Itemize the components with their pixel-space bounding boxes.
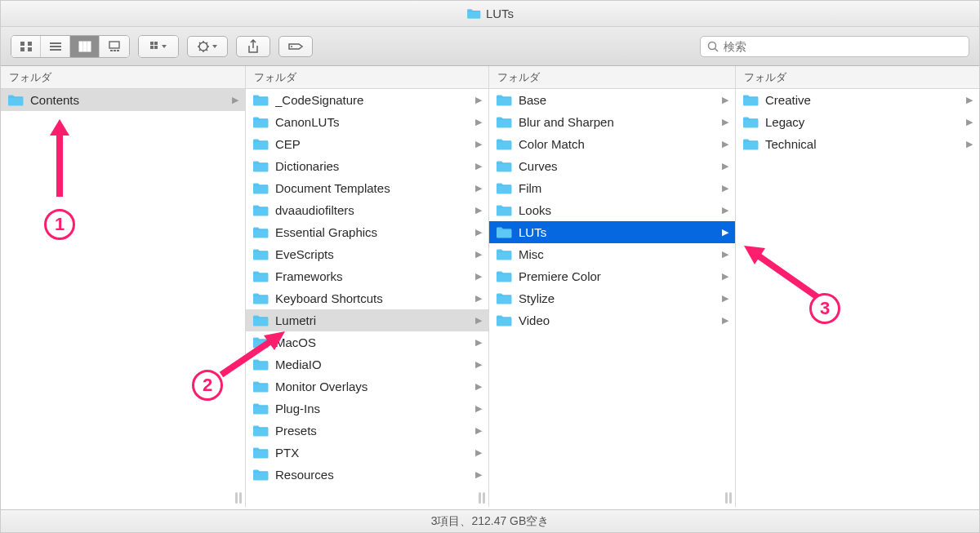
share-button[interactable] [236, 36, 270, 57]
folder-item[interactable]: Monitor Overlays▶ [246, 375, 488, 398]
folder-item[interactable]: MediaIO▶ [246, 353, 488, 375]
folder-item[interactable]: Curves▶ [489, 155, 735, 177]
folder-item[interactable]: Essential Graphics▶ [246, 221, 488, 243]
folder-icon [252, 94, 269, 107]
titlebar: LUTs [1, 1, 979, 27]
folder-item[interactable]: Misc▶ [489, 243, 735, 265]
folder-item[interactable]: Legacy▶ [736, 111, 979, 133]
chevron-right-icon: ▶ [475, 337, 482, 348]
search-field[interactable] [700, 36, 969, 57]
chevron-right-icon: ▶ [475, 117, 482, 127]
column-body[interactable]: Contents▶ [1, 89, 245, 507]
folder-icon [252, 270, 269, 283]
folder-icon [496, 226, 512, 239]
folder-item[interactable]: Dictionaries▶ [246, 155, 488, 177]
folder-label: Essential Graphics [275, 225, 475, 239]
folder-item[interactable]: Lumetri▶ [246, 309, 488, 331]
svg-rect-2 [20, 47, 24, 51]
column-body[interactable]: Base▶Blur and Sharpen▶Color Match▶Curves… [489, 89, 735, 507]
folder-item[interactable]: Looks▶ [489, 199, 735, 221]
folder-item[interactable]: Base▶ [489, 89, 735, 111]
folder-item[interactable]: Technical▶ [736, 133, 979, 155]
tags-button[interactable] [278, 36, 313, 57]
folder-item[interactable]: Resources▶ [246, 464, 488, 486]
svg-rect-16 [150, 46, 154, 49]
folder-label: PTX [275, 446, 475, 460]
column-body[interactable]: Creative▶Legacy▶Technical▶ [736, 89, 979, 507]
view-icons-button[interactable] [11, 36, 41, 57]
folder-item[interactable]: Video▶ [489, 309, 735, 331]
view-list-button[interactable] [41, 36, 70, 57]
arrange-button[interactable] [139, 36, 178, 57]
folder-icon [252, 116, 269, 129]
folder-item[interactable]: PTX▶ [246, 442, 488, 464]
view-columns-button[interactable] [70, 36, 100, 57]
folder-item[interactable]: Stylize▶ [489, 287, 735, 309]
svg-line-24 [207, 49, 208, 51]
folder-label: Presets [275, 424, 475, 438]
arrange-group [138, 35, 179, 58]
chevron-right-icon: ▶ [722, 205, 728, 215]
folder-item[interactable]: LUTs▶ [489, 221, 735, 243]
folder-item[interactable]: Keyboard Shortcuts▶ [246, 287, 488, 309]
svg-rect-10 [109, 42, 119, 48]
folder-item[interactable]: Document Templates▶ [246, 177, 488, 199]
folder-item[interactable]: CEP▶ [246, 133, 488, 155]
chevron-right-icon: ▶ [475, 381, 482, 392]
folder-label: MacOS [275, 335, 475, 349]
folder-item[interactable]: EveScripts▶ [246, 243, 488, 265]
folder-icon [496, 204, 512, 217]
search-icon [707, 41, 719, 52]
chevron-right-icon: ▶ [722, 183, 728, 193]
svg-point-27 [291, 46, 292, 47]
folder-item[interactable]: CanonLUTs▶ [246, 111, 488, 133]
chevron-right-icon: ▶ [722, 293, 728, 304]
view-gallery-button[interactable] [100, 36, 129, 57]
chevron-right-icon: ▶ [722, 249, 728, 260]
folder-icon [7, 94, 24, 107]
chevron-right-icon: ▶ [475, 161, 482, 171]
folder-icon [252, 469, 269, 482]
folder-label: Keyboard Shortcuts [275, 291, 475, 305]
svg-rect-9 [87, 42, 91, 51]
folder-icon [252, 336, 269, 349]
svg-rect-4 [50, 42, 61, 44]
svg-line-26 [207, 42, 208, 44]
folder-item[interactable]: Blur and Sharpen▶ [489, 111, 735, 133]
column-resize-handle[interactable] [725, 492, 732, 504]
folder-item[interactable]: _CodeSignature▶ [246, 89, 488, 111]
column-resize-handle[interactable] [479, 492, 485, 504]
folder-item[interactable]: Film▶ [489, 177, 735, 199]
toolbar [1, 27, 979, 66]
folder-item[interactable]: Presets▶ [246, 420, 488, 442]
folder-icon [252, 226, 269, 239]
folder-item[interactable]: Color Match▶ [489, 133, 735, 155]
column-resize-handle[interactable] [235, 492, 242, 504]
chevron-right-icon: ▶ [232, 95, 238, 105]
svg-rect-14 [150, 42, 154, 45]
folder-label: CEP [275, 137, 475, 151]
folder-label: Dictionaries [275, 159, 475, 173]
folder-label: Base [519, 93, 722, 107]
view-mode-group [11, 35, 130, 58]
folder-item[interactable]: Premiere Color▶ [489, 265, 735, 287]
chevron-right-icon: ▶ [966, 139, 973, 149]
chevron-right-icon: ▶ [475, 403, 482, 414]
action-menu-button[interactable] [187, 36, 228, 57]
folder-item[interactable]: dvaaudiofilters▶ [246, 199, 488, 221]
folder-item[interactable]: Frameworks▶ [246, 265, 488, 287]
chevron-right-icon: ▶ [475, 425, 482, 436]
folder-label: Video [519, 313, 722, 327]
search-input[interactable] [724, 40, 962, 53]
column-header: フォルダ [736, 66, 979, 89]
columns-container: フォルダ Contents▶ フォルダ _CodeSignature▶Canon… [1, 66, 979, 507]
folder-item[interactable]: Creative▶ [736, 89, 979, 111]
folder-item[interactable]: Contents▶ [1, 89, 245, 111]
chevron-right-icon: ▶ [475, 227, 482, 238]
column-body[interactable]: _CodeSignature▶CanonLUTs▶CEP▶Dictionarie… [246, 89, 488, 507]
svg-rect-17 [154, 46, 158, 49]
folder-item[interactable]: MacOS▶ [246, 331, 488, 353]
folder-item[interactable]: Plug-Ins▶ [246, 398, 488, 420]
folder-icon [496, 182, 512, 195]
folder-label: CanonLUTs [275, 115, 475, 129]
